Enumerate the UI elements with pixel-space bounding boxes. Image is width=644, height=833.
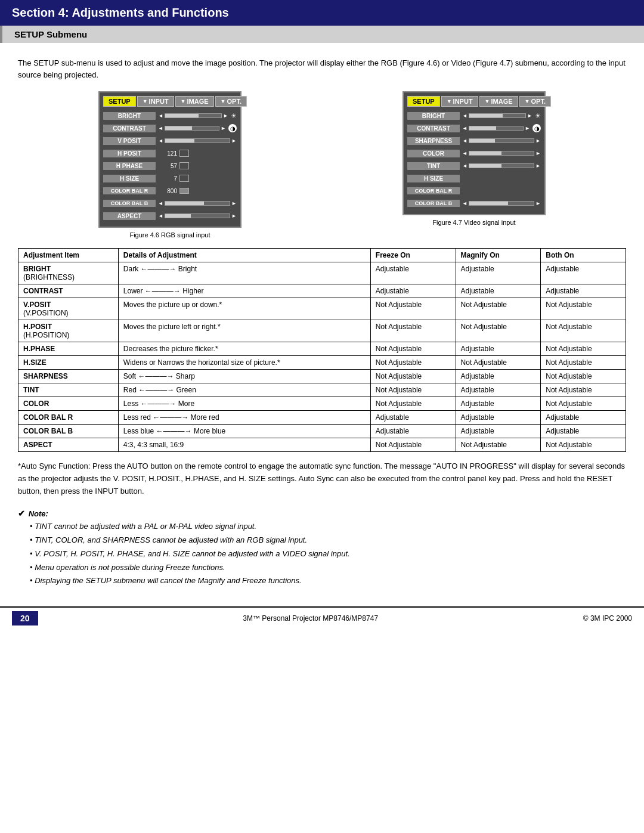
- table-magnify-cell: Adjustable: [456, 383, 541, 397]
- rgb-menu-tabs: SETUP ▼INPUT ▼IMAGE ▼OPT.: [103, 96, 237, 107]
- rgb-row-hposit: H POSIT 121: [103, 148, 237, 159]
- table-details-cell: Lower ←———→ Higher: [118, 284, 370, 298]
- table-magnify-cell: Adjustable: [456, 425, 541, 438]
- table-freeze-cell: Not Adjustable: [370, 298, 456, 320]
- table-magnify-cell: Adjustable: [456, 370, 541, 383]
- table-row: H.SIZEWidens or Narrows the horizontal s…: [18, 356, 626, 370]
- rgb-row-aspect: ASPECT ◄ ►: [103, 210, 237, 221]
- note-header: ✔ Note:: [18, 507, 626, 521]
- table-both-cell: Not Adjustable: [541, 370, 626, 383]
- page-number: 20: [12, 611, 38, 625]
- list-item: TINT, COLOR, and SHARPNESS cannot be adj…: [30, 534, 626, 547]
- table-item-cell: H.SIZE: [18, 356, 119, 370]
- video-panel: SETUP ▼INPUT ▼IMAGE ▼OPT.: [402, 91, 546, 215]
- rgb-row-hsize: H SIZE 7: [103, 173, 237, 184]
- rgb-slider-contrast: ◄ ►: [158, 125, 226, 131]
- table-row: COLOR BAL RLess red ←———→ More redAdjust…: [18, 411, 626, 425]
- table-item-cell: H.POSIT(H.POSITION): [18, 320, 119, 342]
- video-menu-tabs: SETUP ▼INPUT ▼IMAGE ▼OPT.: [407, 96, 541, 107]
- rgb-value-colorbalr: 800: [159, 188, 177, 194]
- table-freeze-cell: Not Adjustable: [370, 356, 456, 370]
- table-item-cell: V.POSIT(V.POSITION): [18, 298, 119, 320]
- section-title: Section 4: Adjustments and Functions: [12, 6, 229, 19]
- tab-setup-video[interactable]: SETUP: [407, 96, 440, 107]
- table-both-cell: Not Adjustable: [541, 320, 626, 342]
- rgb-label-colorbalr: COLOR BAL R: [103, 187, 156, 194]
- col-header-details: Details of Adjustment: [118, 249, 370, 262]
- rgb-value-hphase: 57: [159, 163, 177, 169]
- table-both-cell: Not Adjustable: [541, 383, 626, 397]
- table-item-cell: H.PHASE: [18, 342, 119, 356]
- table-row: BRIGHT(BRIGHTNESS)Dark ←———→ BrightAdjus…: [18, 262, 626, 284]
- hposit-icon: [179, 150, 189, 157]
- adjustment-table: Adjustment Item Details of Adjustment Fr…: [18, 248, 626, 452]
- table-details-cell: Decreases the picture flicker.*: [118, 342, 370, 356]
- video-row-hsize: H SIZE: [407, 173, 541, 184]
- tab-input-video[interactable]: ▼INPUT: [441, 96, 478, 107]
- table-row: V.POSIT(V.POSITION)Moves the picture up …: [18, 298, 626, 320]
- tab-opt-rgb[interactable]: ▼OPT.: [215, 96, 247, 107]
- table-item-cell: BRIGHT(BRIGHTNESS): [18, 262, 119, 284]
- table-item-cell: COLOR BAL B: [18, 425, 119, 438]
- colorbalr-icon: [179, 188, 189, 194]
- col-header-both: Both On: [541, 249, 626, 262]
- rgb-label-hposit: H POSIT: [103, 150, 156, 157]
- rgb-row-vposit: V POSIT ◄ ►: [103, 135, 237, 146]
- video-row-sharpness: SHARPNESS ◄ ►: [407, 135, 541, 146]
- table-freeze-cell: Not Adjustable: [370, 342, 456, 356]
- table-both-cell: Not Adjustable: [541, 298, 626, 320]
- footer-right: © 3M IPC 2000: [583, 614, 632, 623]
- table-freeze-cell: Adjustable: [370, 262, 456, 284]
- table-details-cell: Red ←———→ Green: [118, 383, 370, 397]
- table-details-cell: Less blue ←———→ More blue: [118, 425, 370, 438]
- list-item: TINT cannot be adjusted with a PAL or M-…: [30, 521, 626, 533]
- rgb-slider-aspect: ◄ ►: [158, 213, 237, 219]
- table-magnify-cell: Adjustable: [456, 342, 541, 356]
- rgb-label-hphase: H PHASE: [103, 162, 156, 170]
- table-row: TINTRed ←———→ GreenNot AdjustableAdjusta…: [18, 383, 626, 397]
- table-freeze-cell: Not Adjustable: [370, 383, 456, 397]
- table-row: H.PHASEDecreases the picture flicker.*No…: [18, 342, 626, 356]
- table-freeze-cell: Not Adjustable: [370, 397, 456, 411]
- table-item-cell: ASPECT: [18, 438, 119, 452]
- rgb-slider-bright: ◄ ►: [158, 113, 228, 119]
- video-label-colorbalb: COLOR BAL B: [407, 200, 460, 207]
- table-row: COLORLess ←———→ MoreNot AdjustableAdjust…: [18, 397, 626, 411]
- table-row: H.POSIT(H.POSITION)Moves the picture lef…: [18, 320, 626, 342]
- tab-input-rgb[interactable]: ▼INPUT: [137, 96, 174, 107]
- table-both-cell: Not Adjustable: [541, 397, 626, 411]
- table-details-cell: Dark ←———→ Bright: [118, 262, 370, 284]
- menu-panels: SETUP ▼INPUT ▼IMAGE ▼OPT.: [18, 91, 626, 239]
- video-row-bright: BRIGHT ◄ ► ☀: [407, 110, 541, 121]
- rgb-label-colorbalb: COLOR BAL B: [103, 200, 156, 207]
- table-both-cell: Not Adjustable: [541, 356, 626, 370]
- table-both-cell: Not Adjustable: [541, 438, 626, 452]
- table-details-cell: Less red ←———→ More red: [118, 411, 370, 425]
- video-row-colorbalr: COLOR BAL R: [407, 185, 541, 196]
- tab-image-video[interactable]: ▼IMAGE: [479, 96, 518, 107]
- tab-image-rgb[interactable]: ▼IMAGE: [175, 96, 214, 107]
- table-item-cell: TINT: [18, 383, 119, 397]
- rgb-slider-vposit: ◄ ►: [158, 138, 237, 144]
- table-row: ASPECT4:3, 4:3 small, 16:9Not Adjustable…: [18, 438, 626, 452]
- table-freeze-cell: Not Adjustable: [370, 370, 456, 383]
- note-title: Note:: [29, 509, 48, 518]
- table-freeze-cell: Adjustable: [370, 425, 456, 438]
- rgb-label-contrast: CONTRAST: [103, 125, 156, 132]
- auto-sync-note: *Auto Sync Function: Press the AUTO butt…: [18, 460, 626, 497]
- table-both-cell: Adjustable: [541, 411, 626, 425]
- list-item: V. POSIT, H. POSIT, H. PHASE, and H. SIZ…: [30, 548, 626, 561]
- table-magnify-cell: Not Adjustable: [456, 298, 541, 320]
- checkmark-icon: ✔: [18, 509, 25, 518]
- rgb-panel-wrap: SETUP ▼INPUT ▼IMAGE ▼OPT.: [98, 91, 242, 239]
- table-magnify-cell: Adjustable: [456, 284, 541, 298]
- video-row-colorbalb: COLOR BAL B ◄ ►: [407, 198, 541, 209]
- rgb-label-vposit: V POSIT: [103, 137, 156, 145]
- video-label-bright: BRIGHT: [407, 112, 460, 120]
- tab-opt-video[interactable]: ▼OPT.: [519, 96, 551, 107]
- table-details-cell: Soft ←———→ Sharp: [118, 370, 370, 383]
- rgb-row-contrast: CONTRAST ◄ ► ◑: [103, 123, 237, 134]
- table-item-cell: COLOR: [18, 397, 119, 411]
- table-freeze-cell: Not Adjustable: [370, 438, 456, 452]
- tab-setup-rgb[interactable]: SETUP: [103, 96, 136, 107]
